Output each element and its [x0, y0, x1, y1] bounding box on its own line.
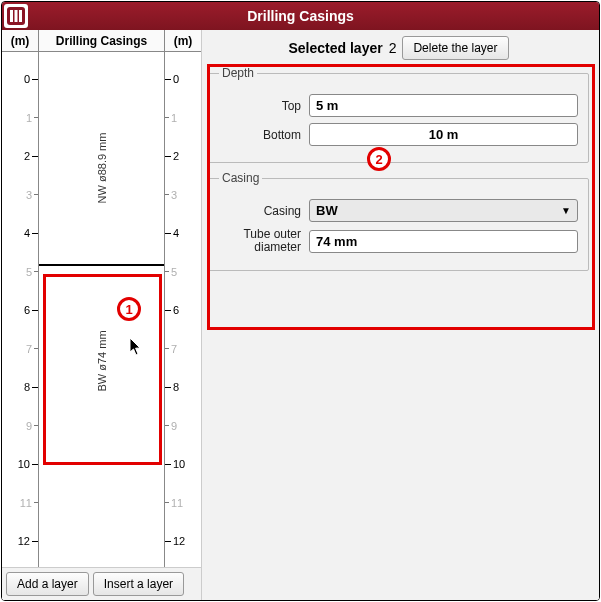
bottom-label: Bottom [219, 128, 309, 142]
chevron-down-icon: ▼ [561, 205, 571, 216]
scale-tick: 2 [2, 149, 38, 163]
casing-column-header: Drilling Casings [39, 30, 164, 52]
scale-tick: 1 [2, 111, 38, 125]
scale-tick: 9 [165, 419, 201, 433]
depth-legend: Depth [219, 66, 257, 80]
scale-tick: 3 [165, 188, 201, 202]
casing-select-value: BW [316, 203, 338, 218]
svg-rect-1 [10, 10, 13, 22]
scale-tick: 9 [2, 419, 38, 433]
diameter-input[interactable] [309, 230, 578, 253]
top-input[interactable] [309, 94, 578, 117]
casing-layer[interactable]: BW ø74 mm [39, 265, 164, 458]
casing-label: Casing [219, 204, 309, 218]
scale-tick: 11 [2, 496, 38, 510]
svg-rect-3 [19, 10, 22, 22]
scale-tick: 4 [2, 226, 38, 240]
casing-layer-label: BW ø74 mm [96, 331, 108, 392]
depth-scale-right: (m) 0123456789101112 [165, 30, 201, 567]
casing-select[interactable]: BW ▼ [309, 199, 578, 222]
scale-tick: 3 [2, 188, 38, 202]
scale-tick: 6 [165, 303, 201, 317]
diameter-label: Tube outer diameter [219, 228, 309, 254]
scale-tick: 12 [2, 534, 38, 548]
window-title: Drilling Casings [2, 8, 599, 24]
selected-layer-header: Selected layer 2 Delete the layer [208, 36, 589, 60]
casing-column[interactable]: Drilling Casings NW ø88.9 mmBW ø74 mm [38, 30, 165, 567]
selected-layer-number: 2 [389, 40, 397, 56]
delete-layer-button[interactable]: Delete the layer [402, 36, 508, 60]
selected-layer-label: Selected layer [288, 40, 382, 56]
layer-details-panel: Selected layer 2 Delete the layer Depth … [202, 30, 599, 600]
scale-tick: 5 [2, 265, 38, 279]
scale-tick: 0 [165, 72, 201, 86]
depth-scale-left: (m) 0123456789101112 [2, 30, 38, 567]
layer-buttons-bar: Add a layer Insert a layer [2, 567, 201, 600]
casing-legend: Casing [219, 171, 262, 185]
depth-scale-panel: (m) 0123456789101112 Drilling Casings NW… [2, 30, 202, 600]
scale-tick: 8 [2, 380, 38, 394]
scale-tick: 8 [165, 380, 201, 394]
depth-fieldset: Depth Top Bottom [208, 66, 589, 163]
insert-layer-button[interactable]: Insert a layer [93, 572, 184, 596]
scale-unit-left: (m) [2, 30, 38, 52]
bottom-input[interactable] [309, 123, 578, 146]
top-label: Top [219, 99, 309, 113]
scale-tick: 10 [165, 457, 201, 471]
scale-tick: 11 [165, 496, 201, 510]
scale-tick: 5 [165, 265, 201, 279]
add-layer-button[interactable]: Add a layer [6, 572, 89, 596]
scale-tick: 1 [165, 111, 201, 125]
svg-rect-2 [15, 10, 18, 22]
scale-tick: 2 [165, 149, 201, 163]
scale-tick: 6 [2, 303, 38, 317]
app-window: Drilling Casings (m) 0123456789101112 Dr… [1, 1, 600, 601]
casing-layer-label: NW ø88.9 mm [96, 132, 108, 203]
scale-unit-right: (m) [165, 30, 201, 52]
casing-layer[interactable]: NW ø88.9 mm [39, 72, 164, 265]
scale-tick: 12 [165, 534, 201, 548]
scale-tick: 4 [165, 226, 201, 240]
scale-tick: 0 [2, 72, 38, 86]
title-bar: Drilling Casings [2, 2, 599, 30]
casing-fieldset: Casing Casing BW ▼ Tube outer diameter [208, 171, 589, 271]
scale-tick: 7 [165, 342, 201, 356]
scale-tick: 7 [2, 342, 38, 356]
app-icon [4, 4, 28, 28]
scale-tick: 10 [2, 457, 38, 471]
